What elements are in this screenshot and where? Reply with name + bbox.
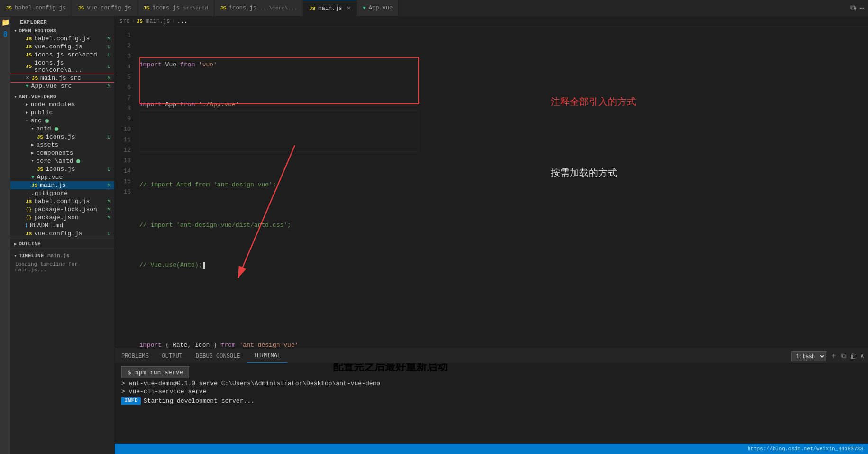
chevron-down-icon: ▾ xyxy=(14,253,17,259)
badge-m: M xyxy=(107,199,110,204)
sidebar-item-icons-js-antd[interactable]: JS icons.js U xyxy=(10,133,114,141)
bash-dropdown[interactable]: 1: bash xyxy=(791,351,826,361)
sidebar-item-babel-root[interactable]: JS babel.config.js M xyxy=(10,197,114,205)
chevron-right-icon: ▶ xyxy=(14,241,17,247)
close-icon[interactable]: × xyxy=(347,5,351,12)
sidebar-item-node-modules[interactable]: ▶ node_modules xyxy=(10,101,114,109)
timeline-title[interactable]: ▾ TIMELINE main.js xyxy=(10,252,114,259)
tab-app-vue[interactable]: ▼ App.vue xyxy=(357,0,399,16)
project-section[interactable]: ▾ ANT-VUE-DEMO xyxy=(10,93,114,101)
code-editor-wrapper: 1 2 3 4 5 6 7 8 9 10 11 12 13 14 xyxy=(115,27,868,349)
sidebar-item-main[interactable]: × JS main.js src M xyxy=(10,74,114,82)
sidebar-item-public[interactable]: ▶ public xyxy=(10,109,114,117)
code-line-1: import Vue from 'vue' xyxy=(139,60,868,70)
terminal-info-line: INFO Starting development server... xyxy=(121,397,861,405)
delete-terminal-icon[interactable]: 🗑 xyxy=(850,352,857,360)
file-name: vue.config.js xyxy=(34,43,82,50)
line-num-3: 3 xyxy=(115,51,131,62)
tab-main[interactable]: JS main.js × xyxy=(303,0,357,16)
badge-u: U xyxy=(107,134,110,140)
terminal-actions: 1: bash ＋ ⧉ 🗑 ∧ xyxy=(787,351,868,361)
code-line-8: import { Rate, Icon } from 'ant-design-v… xyxy=(139,340,868,349)
folder-name: assets xyxy=(36,141,58,148)
files-icon[interactable]: 📁 xyxy=(1,19,9,27)
vue-icon: ▼ xyxy=(31,175,35,180)
close-icon[interactable]: × xyxy=(26,74,29,82)
badge-m: M xyxy=(107,207,110,213)
sidebar-item-icons-antd[interactable]: JS icons.js src\antd U xyxy=(10,51,114,59)
sidebar-item-gitignore[interactable]: · .gitignore xyxy=(10,189,114,197)
js-icon: JS xyxy=(78,5,84,11)
js-icon: JS xyxy=(26,64,32,69)
more-actions-icon[interactable]: ⋯ xyxy=(859,3,864,13)
sidebar-item-vue-config-root[interactable]: JS vue.config.js U xyxy=(10,230,114,238)
sidebar-item-main-js[interactable]: JS main.js M xyxy=(10,181,114,189)
chevron-down-icon: ▾ xyxy=(31,126,34,131)
outline-title[interactable]: ▶ OUTLINE xyxy=(10,240,114,248)
terminal-label: TERMINAL xyxy=(253,352,281,359)
line-numbers: 1 2 3 4 5 6 7 8 9 10 11 12 13 14 xyxy=(115,27,136,349)
code-line-5: // import 'ant-design-vue/dist/antd.css'… xyxy=(139,220,868,231)
terminal-prompt-box[interactable]: $ npm run serve xyxy=(121,366,189,378)
activity-bar: 📁 8 xyxy=(0,17,10,454)
terminal-output-1: > ant-vue-demo@0.1.0 serve C:\Users\Admi… xyxy=(121,380,861,387)
sidebar-item-components[interactable]: ▶ components xyxy=(10,149,114,157)
sidebar-item-icons-core[interactable]: JS icons.js src\core\a... U xyxy=(10,59,114,74)
badge-u: U xyxy=(107,52,110,58)
tab-babel[interactable]: JS babel.config.js xyxy=(0,0,72,16)
line-num-2: 2 xyxy=(115,41,131,51)
file-name: App.vue src xyxy=(31,83,72,90)
breadcrumb-sep1: › xyxy=(132,18,135,25)
badge-m: M xyxy=(107,83,110,89)
sidebar-item-vue-config[interactable]: JS vue.config.js U xyxy=(10,43,114,51)
tab-debug-console[interactable]: DEBUG CONSOLE xyxy=(189,349,247,363)
badge-m: M xyxy=(107,75,110,81)
add-terminal-icon[interactable]: ＋ xyxy=(830,351,838,361)
sidebar-item-app-vue[interactable]: ▼ App.vue src M xyxy=(10,82,114,90)
tab-icons-core[interactable]: JS icons.js ...\core\... xyxy=(214,0,303,16)
line-num-16: 16 xyxy=(115,187,131,197)
line-num-14: 14 xyxy=(115,166,131,176)
str-app: './App.vue' xyxy=(199,100,239,110)
sidebar-item-antd[interactable]: ▾ antd xyxy=(10,125,114,133)
tab-output[interactable]: OUTPUT xyxy=(155,349,189,363)
file-name: .gitignore xyxy=(31,190,68,197)
tab-vue-config[interactable]: JS vue.config.js xyxy=(72,0,137,16)
tab-problems[interactable]: PROBLEMS xyxy=(115,349,155,363)
sidebar-item-src[interactable]: ▾ src xyxy=(10,117,114,125)
file-name: package.json xyxy=(34,214,79,221)
file-name: main.js xyxy=(40,182,66,189)
tab-icons-antd[interactable]: JS icons.js src\antd xyxy=(137,0,214,16)
split-editor-icon[interactable]: ⧉ xyxy=(850,4,856,13)
js-icon: JS xyxy=(31,183,37,188)
comment-vue-use: // Vue.use(Antd); xyxy=(139,260,205,270)
tab-spacer xyxy=(399,0,847,16)
app-container: JS babel.config.js JS vue.config.js JS i… xyxy=(0,0,868,454)
js-icon: JS xyxy=(26,199,32,204)
sidebar-item-assets[interactable]: ▶ assets xyxy=(10,141,114,149)
sidebar-item-babel[interactable]: JS babel.config.js M xyxy=(10,35,114,43)
sidebar-item-app-vue-tree[interactable]: ▼ App.vue xyxy=(10,173,114,181)
sidebar-item-readme[interactable]: ℹ README.md xyxy=(10,222,114,230)
code-editor[interactable]: 1 2 3 4 5 6 7 8 9 10 11 12 13 14 xyxy=(115,27,868,349)
sidebar-item-core-antd[interactable]: ▾ core \antd xyxy=(10,157,114,165)
folder-name: components xyxy=(36,149,73,157)
comment-antd-import: // import Antd from 'ant-design-vue'; xyxy=(139,180,276,190)
output-label: OUTPUT xyxy=(162,353,183,360)
str-ant-design: 'ant-design-vue' xyxy=(239,341,299,349)
tab-label: main.js xyxy=(318,5,342,12)
badge-u: U xyxy=(107,231,110,237)
breadcrumb-mainjs: JS main.js xyxy=(137,18,170,25)
sidebar-item-package-json[interactable]: {} package.json M xyxy=(10,213,114,222)
tab-terminal[interactable]: TERMINAL xyxy=(247,349,287,363)
dot-indicator xyxy=(45,119,49,123)
sidebar-item-package-lock[interactable]: {} package-lock.json M xyxy=(10,205,114,213)
terminal-tabs: PROBLEMS OUTPUT DEBUG CONSOLE TERMINAL xyxy=(115,349,868,363)
terminal-prompt: $ npm run serve 配置完之后最好重新启动 xyxy=(121,366,861,378)
open-editors-section[interactable]: ▾ OPEN EDITORS xyxy=(10,27,114,35)
sidebar-item-icons-js-core[interactable]: JS icons.js U xyxy=(10,165,114,173)
terminal-panel: PROBLEMS OUTPUT DEBUG CONSOLE TERMINAL xyxy=(115,349,868,444)
split-terminal-icon[interactable]: ⧉ xyxy=(841,352,846,360)
chevron-up-icon[interactable]: ∧ xyxy=(860,352,864,360)
status-right: https://blog.csdn.net/weixin_44103733 xyxy=(748,446,863,452)
